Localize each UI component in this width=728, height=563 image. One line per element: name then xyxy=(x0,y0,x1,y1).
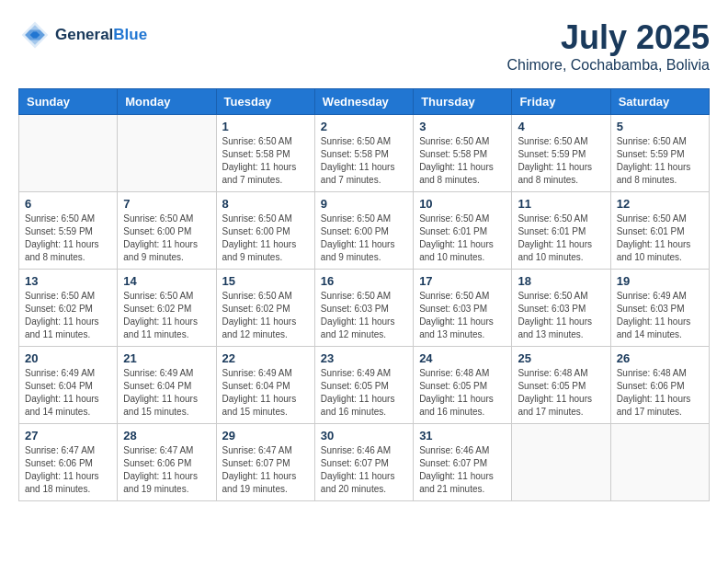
day-info: Sunrise: 6:50 AM Sunset: 5:58 PM Dayligh… xyxy=(419,135,506,187)
page-header: GeneralBlue July 2025 Chimore, Cochabamb… xyxy=(18,18,710,74)
weekday-header-wednesday: Wednesday xyxy=(314,89,413,115)
calendar-cell: 18Sunrise: 6:50 AM Sunset: 6:03 PM Dayli… xyxy=(512,270,610,347)
day-number: 30 xyxy=(321,429,407,442)
logo-icon xyxy=(18,18,51,52)
day-info: Sunrise: 6:50 AM Sunset: 6:01 PM Dayligh… xyxy=(419,213,506,264)
calendar-cell: 11Sunrise: 6:50 AM Sunset: 6:01 PM Dayli… xyxy=(512,192,610,270)
day-number: 13 xyxy=(25,274,111,288)
calendar-cell xyxy=(610,424,709,501)
weekday-header-friday: Friday xyxy=(512,89,610,115)
day-info: Sunrise: 6:50 AM Sunset: 5:59 PM Dayligh… xyxy=(617,135,703,187)
day-info: Sunrise: 6:50 AM Sunset: 6:02 PM Dayligh… xyxy=(25,290,111,341)
day-number: 25 xyxy=(518,351,604,365)
day-info: Sunrise: 6:50 AM Sunset: 5:59 PM Dayligh… xyxy=(518,135,604,187)
title-area: July 2025 Chimore, Cochabamba, Bolivia xyxy=(506,18,710,74)
calendar-cell xyxy=(512,424,610,501)
day-number: 26 xyxy=(617,351,703,365)
logo-text: GeneralBlue xyxy=(55,26,147,44)
day-number: 21 xyxy=(123,351,210,365)
day-number: 4 xyxy=(518,120,604,133)
calendar-cell: 10Sunrise: 6:50 AM Sunset: 6:01 PM Dayli… xyxy=(414,192,512,270)
day-info: Sunrise: 6:50 AM Sunset: 6:03 PM Dayligh… xyxy=(518,290,604,341)
calendar-cell: 16Sunrise: 6:50 AM Sunset: 6:03 PM Dayli… xyxy=(314,270,413,347)
day-number: 20 xyxy=(25,351,111,365)
calendar-cell: 28Sunrise: 6:47 AM Sunset: 6:06 PM Dayli… xyxy=(118,424,216,501)
day-info: Sunrise: 6:50 AM Sunset: 5:58 PM Dayligh… xyxy=(222,135,309,187)
weekday-header-saturday: Saturday xyxy=(610,89,709,115)
calendar-week-row: 1Sunrise: 6:50 AM Sunset: 5:58 PM Daylig… xyxy=(19,115,710,192)
day-number: 3 xyxy=(419,120,506,133)
day-number: 31 xyxy=(419,429,506,442)
calendar-cell: 31Sunrise: 6:46 AM Sunset: 6:07 PM Dayli… xyxy=(414,424,512,501)
day-info: Sunrise: 6:50 AM Sunset: 6:03 PM Dayligh… xyxy=(321,290,407,341)
day-info: Sunrise: 6:47 AM Sunset: 6:06 PM Dayligh… xyxy=(25,444,111,496)
day-info: Sunrise: 6:50 AM Sunset: 6:00 PM Dayligh… xyxy=(123,213,210,264)
day-number: 29 xyxy=(222,429,309,442)
day-info: Sunrise: 6:48 AM Sunset: 6:06 PM Dayligh… xyxy=(617,367,703,419)
day-number: 5 xyxy=(617,120,703,133)
calendar-cell: 13Sunrise: 6:50 AM Sunset: 6:02 PM Dayli… xyxy=(19,270,118,347)
calendar-cell: 19Sunrise: 6:49 AM Sunset: 6:03 PM Dayli… xyxy=(610,270,709,347)
day-info: Sunrise: 6:49 AM Sunset: 6:05 PM Dayligh… xyxy=(321,367,407,419)
calendar-week-row: 27Sunrise: 6:47 AM Sunset: 6:06 PM Dayli… xyxy=(19,424,710,501)
calendar-week-row: 6Sunrise: 6:50 AM Sunset: 5:59 PM Daylig… xyxy=(19,192,710,270)
day-info: Sunrise: 6:48 AM Sunset: 6:05 PM Dayligh… xyxy=(518,367,604,419)
month-title: July 2025 xyxy=(506,18,710,57)
day-number: 27 xyxy=(25,429,111,442)
day-number: 15 xyxy=(222,274,309,288)
day-info: Sunrise: 6:50 AM Sunset: 5:58 PM Dayligh… xyxy=(321,135,407,187)
calendar-cell: 21Sunrise: 6:49 AM Sunset: 6:04 PM Dayli… xyxy=(118,347,216,424)
calendar-cell: 7Sunrise: 6:50 AM Sunset: 6:00 PM Daylig… xyxy=(118,192,216,270)
day-info: Sunrise: 6:46 AM Sunset: 6:07 PM Dayligh… xyxy=(321,444,407,496)
day-number: 19 xyxy=(617,274,703,288)
calendar-cell: 23Sunrise: 6:49 AM Sunset: 6:05 PM Dayli… xyxy=(314,347,413,424)
day-number: 12 xyxy=(617,197,703,211)
calendar-cell: 30Sunrise: 6:46 AM Sunset: 6:07 PM Dayli… xyxy=(314,424,413,501)
day-number: 17 xyxy=(419,274,506,288)
calendar-cell: 25Sunrise: 6:48 AM Sunset: 6:05 PM Dayli… xyxy=(512,347,610,424)
day-number: 6 xyxy=(25,197,111,211)
calendar-cell: 26Sunrise: 6:48 AM Sunset: 6:06 PM Dayli… xyxy=(610,347,709,424)
day-info: Sunrise: 6:48 AM Sunset: 6:05 PM Dayligh… xyxy=(419,367,506,419)
day-info: Sunrise: 6:47 AM Sunset: 6:07 PM Dayligh… xyxy=(222,444,309,496)
day-info: Sunrise: 6:49 AM Sunset: 6:04 PM Dayligh… xyxy=(25,367,111,419)
calendar-cell: 29Sunrise: 6:47 AM Sunset: 6:07 PM Dayli… xyxy=(216,424,314,501)
weekday-header-monday: Monday xyxy=(118,89,216,115)
day-number: 1 xyxy=(222,120,309,133)
location: Chimore, Cochabamba, Bolivia xyxy=(506,57,710,74)
day-info: Sunrise: 6:50 AM Sunset: 6:02 PM Dayligh… xyxy=(123,290,210,341)
day-info: Sunrise: 6:49 AM Sunset: 6:03 PM Dayligh… xyxy=(617,290,703,341)
weekday-header-sunday: Sunday xyxy=(19,89,118,115)
day-number: 16 xyxy=(321,274,407,288)
day-info: Sunrise: 6:50 AM Sunset: 6:02 PM Dayligh… xyxy=(222,290,309,341)
calendar-cell: 8Sunrise: 6:50 AM Sunset: 6:00 PM Daylig… xyxy=(216,192,314,270)
day-number: 9 xyxy=(321,197,407,211)
calendar-cell: 2Sunrise: 6:50 AM Sunset: 5:58 PM Daylig… xyxy=(314,115,413,192)
day-number: 2 xyxy=(321,120,407,133)
weekday-header-tuesday: Tuesday xyxy=(216,89,314,115)
day-number: 10 xyxy=(419,197,506,211)
day-number: 23 xyxy=(321,351,407,365)
day-info: Sunrise: 6:50 AM Sunset: 5:59 PM Dayligh… xyxy=(25,213,111,264)
day-info: Sunrise: 6:50 AM Sunset: 6:01 PM Dayligh… xyxy=(518,213,604,264)
weekday-header-thursday: Thursday xyxy=(414,89,512,115)
day-number: 22 xyxy=(222,351,309,365)
day-info: Sunrise: 6:46 AM Sunset: 6:07 PM Dayligh… xyxy=(419,444,506,496)
day-number: 24 xyxy=(419,351,506,365)
day-info: Sunrise: 6:50 AM Sunset: 6:00 PM Dayligh… xyxy=(321,213,407,264)
day-number: 14 xyxy=(123,274,210,288)
day-number: 28 xyxy=(123,429,210,442)
day-number: 18 xyxy=(518,274,604,288)
day-info: Sunrise: 6:50 AM Sunset: 6:03 PM Dayligh… xyxy=(419,290,506,341)
calendar-cell xyxy=(118,115,216,192)
calendar-cell: 24Sunrise: 6:48 AM Sunset: 6:05 PM Dayli… xyxy=(414,347,512,424)
calendar-cell: 27Sunrise: 6:47 AM Sunset: 6:06 PM Dayli… xyxy=(19,424,118,501)
calendar-cell: 17Sunrise: 6:50 AM Sunset: 6:03 PM Dayli… xyxy=(414,270,512,347)
calendar-cell: 9Sunrise: 6:50 AM Sunset: 6:00 PM Daylig… xyxy=(314,192,413,270)
calendar-cell: 14Sunrise: 6:50 AM Sunset: 6:02 PM Dayli… xyxy=(118,270,216,347)
calendar-cell xyxy=(19,115,118,192)
calendar-cell: 22Sunrise: 6:49 AM Sunset: 6:04 PM Dayli… xyxy=(216,347,314,424)
calendar-cell: 6Sunrise: 6:50 AM Sunset: 5:59 PM Daylig… xyxy=(19,192,118,270)
calendar-cell: 20Sunrise: 6:49 AM Sunset: 6:04 PM Dayli… xyxy=(19,347,118,424)
calendar-week-row: 13Sunrise: 6:50 AM Sunset: 6:02 PM Dayli… xyxy=(19,270,710,347)
